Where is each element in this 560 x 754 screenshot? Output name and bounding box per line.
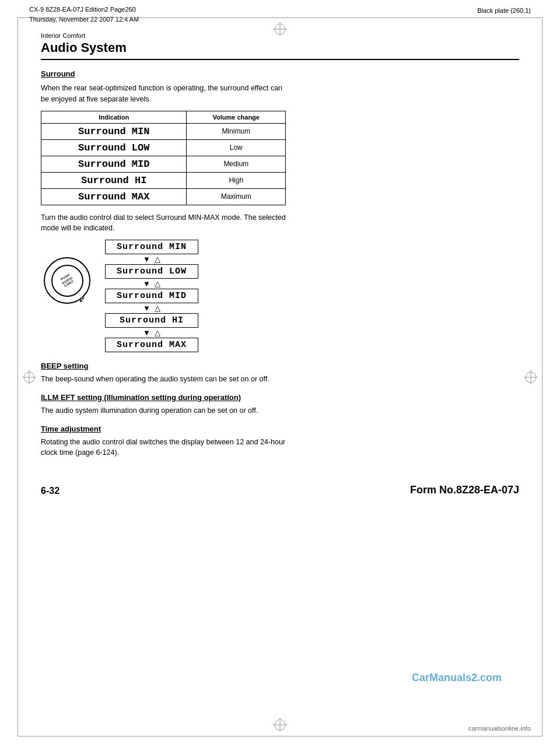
display-box-3: Surround MID: [105, 289, 198, 303]
dial-outer: PUSHAUDIOCONT ↙: [44, 257, 90, 304]
two-column-layout: Surround When the rear seat-optimized fu…: [41, 69, 519, 467]
illm-heading: ILLM EFT setting (Illumination setting d…: [41, 393, 286, 402]
surround-heading: Surround: [41, 69, 286, 78]
display-box-5: Surround MAX: [105, 338, 198, 352]
table-cell-volume: High: [187, 172, 286, 188]
table-cell-indication: Surround HI: [41, 172, 187, 188]
left-column: Surround When the rear seat-optimized fu…: [41, 69, 286, 467]
time-section: Time adjustment Rotating the audio contr…: [41, 425, 286, 459]
table-cell-indication: Surround LOW: [41, 139, 187, 156]
table-cell-volume: Minimum: [187, 123, 286, 139]
table-cell-indication: Surround MIN: [41, 123, 187, 139]
main-content: Interior Comfort Audio System Surround W…: [0, 32, 560, 467]
table-col1-header: Indication: [41, 111, 187, 123]
table-cell-indication: Surround MAX: [41, 188, 187, 205]
turn-text: Turn the audio control dial to select Su…: [41, 212, 286, 234]
header-line2: Thursday, November 22 2007 12:4 AM: [29, 15, 139, 24]
page-footer: 6-32 Form No.8Z28-EA-07J: [0, 478, 560, 508]
page-number: 6-32: [41, 486, 60, 496]
watermark: CarManuals2.com: [412, 672, 502, 684]
crosshair-bottom: [273, 718, 287, 732]
table-cell-indication: Surround MID: [41, 156, 187, 172]
illm-section: ILLM EFT setting (Illumination setting d…: [41, 393, 286, 416]
header-left: CX-9 8Z28-EA-07J Edition2 Page260 Thursd…: [29, 5, 139, 24]
dial-label: PUSHAUDIOCONT: [59, 272, 75, 288]
arrow-row-2: ▼ △: [105, 279, 198, 289]
diagram-area: PUSHAUDIOCONT ↙ Surround MIN▼ △Surround …: [41, 240, 286, 352]
beep-section: BEEP setting The beep-sound when operati…: [41, 362, 286, 385]
surround-description: When the rear seat-optimized function is…: [41, 83, 286, 105]
arrow-row-4: ▼ △: [105, 328, 198, 338]
beep-text: The beep-sound when operating the audio …: [41, 374, 286, 385]
crosshair-right: [524, 370, 538, 384]
dial-arrow: ↙: [79, 294, 86, 304]
surround-table: Indication Volume change Surround MINMin…: [41, 111, 286, 205]
display-box-4: Surround HI: [105, 313, 198, 328]
dial-container: PUSHAUDIOCONT ↙: [41, 257, 93, 304]
table-cell-volume: Medium: [187, 156, 286, 172]
logo: carmanualsonline.info: [468, 725, 531, 732]
right-column: [298, 69, 519, 467]
display-box-2: Surround LOW: [105, 264, 198, 279]
header-right: Black plate (260,1): [477, 5, 531, 14]
arrow-row-3: ▼ △: [105, 303, 198, 313]
section-title: Audio System: [41, 40, 519, 60]
crosshair-left: [22, 370, 36, 384]
arrow-row-1: ▼ △: [105, 254, 198, 264]
beep-heading: BEEP setting: [41, 362, 286, 370]
table-col2-header: Volume change: [187, 111, 286, 123]
table-cell-volume: Low: [187, 139, 286, 156]
table-cell-volume: Maximum: [187, 188, 286, 205]
header-line1: CX-9 8Z28-EA-07J Edition2 Page260: [29, 5, 139, 15]
illm-text: The audio system illumination during ope…: [41, 405, 286, 416]
dial-inner: PUSHAUDIOCONT: [51, 265, 83, 297]
time-text: Rotating the audio control dial switches…: [41, 437, 286, 459]
form-number: Form No.8Z28-EA-07J: [410, 484, 519, 496]
time-heading: Time adjustment: [41, 425, 286, 433]
display-boxes: Surround MIN▼ △Surround LOW▼ △Surround M…: [105, 240, 198, 352]
crosshair-top: [273, 22, 287, 36]
display-box-1: Surround MIN: [105, 240, 198, 254]
